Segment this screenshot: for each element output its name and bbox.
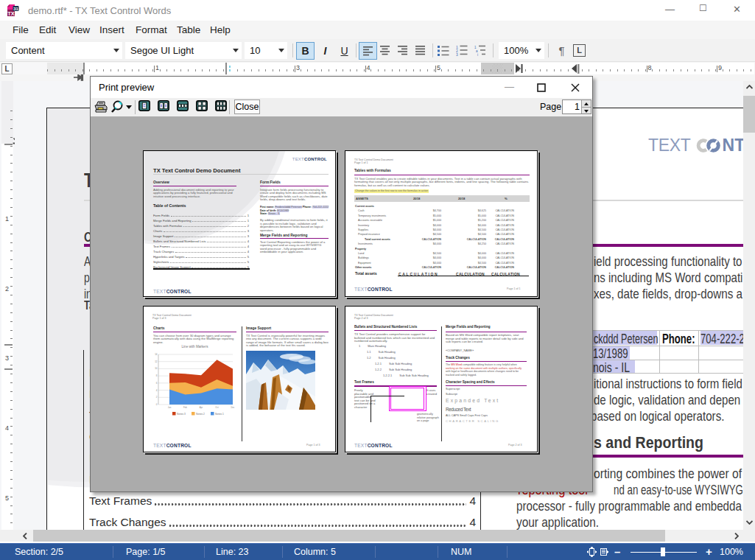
align-left-button[interactable] — [359, 42, 377, 60]
horizontal-scrollbar-thumb[interactable] — [33, 530, 665, 542]
vertical-scrollbar-thumb[interactable] — [743, 96, 755, 133]
align-justify-button[interactable] — [412, 42, 430, 60]
vertical-scrollbar[interactable] — [743, 81, 755, 530]
align-center-button[interactable] — [376, 42, 395, 60]
zoom-slider-thumb[interactable] — [661, 547, 665, 556]
thumb-title: TX Text Control Demo Document — [153, 167, 240, 174]
svg-text:8: 8 — [156, 374, 158, 377]
italic-button[interactable]: I — [316, 42, 334, 60]
horizontal-ruler[interactable]: 134589 — [15, 63, 754, 74]
style-combobox-value: Content — [11, 45, 45, 56]
thumb-highlight: Change the values in the first row to se… — [354, 189, 429, 193]
font-size-combobox[interactable]: 10 — [245, 42, 287, 59]
preview-page-2[interactable]: TX Text Control Demo DocumentPage 1 of 1… — [345, 150, 538, 297]
svg-text:Feb: Feb — [183, 406, 187, 409]
window-maximize-button[interactable]: ☐ — [699, 3, 707, 13]
menu-format[interactable]: Format — [136, 24, 167, 35]
app-icon: TX 31 — [6, 4, 19, 17]
svg-text:Oct: Oct — [215, 406, 219, 409]
font-size-combobox-value: 10 — [250, 45, 260, 56]
preview-page-1[interactable]: TX Text Control Demo Document TEXTCONTRO… — [143, 150, 336, 297]
dialog-minimize-button[interactable]: — — [505, 81, 514, 92]
status-column: Column: 5 — [294, 547, 336, 557]
scroll-down-icon[interactable] — [746, 520, 753, 525]
align-right-button[interactable] — [394, 42, 412, 60]
fit-width-icon[interactable] — [599, 547, 608, 557]
merge-heading-fragment: s and Reporting — [594, 433, 703, 452]
svg-text:Series 3: Series 3 — [177, 413, 186, 416]
menu-edit[interactable]: Edit — [39, 24, 56, 35]
bold-button[interactable]: B — [296, 42, 315, 60]
svg-text:Jan: Jan — [168, 406, 172, 409]
vertical-ruler[interactable]: 12345 — [1, 81, 13, 530]
thumb-heading: Merge Fields and Reporting — [260, 234, 307, 237]
zoom-out-button[interactable]: – — [614, 545, 620, 558]
title-bar: TX 31 demo.rtf* - TX Text Control Words … — [0, 0, 755, 21]
dialog-maximize-button[interactable] — [537, 83, 546, 92]
preview-layout-two-pages-button[interactable] — [158, 100, 169, 111]
print-button[interactable] — [94, 99, 108, 114]
preview-layout-three-pages-button[interactable] — [177, 100, 189, 111]
font-combobox[interactable]: Segoe UI Light — [125, 42, 242, 59]
bullet-list-button[interactable] — [435, 42, 453, 60]
svg-text:3: 3 — [456, 52, 458, 56]
application-window: TX 31 demo.rtf* - TX Text Control Words … — [0, 0, 755, 560]
underline-label: U — [340, 45, 348, 57]
dialog-title-bar: Print preview — — [91, 77, 592, 98]
page-spinner-value: 1 — [575, 102, 580, 112]
menu-file[interactable]: File — [13, 24, 29, 35]
zoom-dropdown-icon[interactable] — [126, 105, 132, 109]
preview-page-3[interactable]: TX Text Control Demo DocumentPage 1 of 3… — [143, 306, 336, 452]
preview-page-4[interactable]: TX Text Control Demo DocumentPage 2 of 3… — [345, 306, 538, 452]
thumb-heading: Character Spacing and Effects — [446, 380, 495, 384]
underline-button[interactable]: U — [335, 42, 354, 60]
toolbar-separator — [493, 43, 494, 57]
zoom-in-button[interactable]: + — [706, 545, 712, 558]
preview-layout-six-pages-button[interactable] — [215, 100, 227, 111]
preview-layout-four-pages-button[interactable] — [196, 100, 208, 111]
text-frame-box — [389, 386, 426, 412]
dialog-close-button[interactable] — [571, 83, 580, 92]
fit-page-icon[interactable] — [587, 547, 597, 557]
dialog-toolbar: Close Page 1 — [91, 98, 592, 116]
window-minimize-button[interactable]: — — [665, 4, 675, 15]
table-cell: Phone: — [660, 331, 700, 346]
numbered-list-icon: 123 — [456, 45, 468, 56]
status-separator — [375, 546, 376, 558]
formatting-marks-button[interactable]: ¶ — [552, 42, 571, 60]
dialog-toolbar-separator — [229, 100, 230, 114]
scroll-right-icon[interactable] — [734, 533, 739, 539]
indent-marker-icon[interactable] — [74, 74, 84, 81]
numbered-list-button[interactable]: 123 — [453, 42, 471, 60]
menu-view[interactable]: View — [69, 24, 90, 35]
page-spinner[interactable]: 1 — [562, 99, 591, 114]
zoom-button[interactable] — [110, 99, 124, 114]
svg-text:0: 0 — [156, 403, 158, 406]
menu-bar: File Edit View Insert Format Table Help — [0, 21, 755, 39]
scroll-up-icon[interactable] — [746, 85, 753, 89]
pilcrow-icon: ¶ — [558, 44, 564, 57]
doc-logo: TEXTNTROL — [648, 136, 743, 155]
tab-type-selector[interactable]: L — [1, 63, 13, 74]
svg-text:6: 6 — [156, 382, 158, 385]
multilevel-list-button[interactable]: 1ai — [471, 42, 490, 60]
preview-close-button[interactable]: Close — [234, 99, 260, 114]
mountain-photo — [246, 351, 315, 410]
style-combobox[interactable]: Content — [6, 42, 122, 59]
spinner-down-button[interactable] — [581, 107, 591, 113]
thumb-heading: Tables with Formulas — [354, 169, 391, 172]
scroll-left-icon[interactable] — [23, 533, 27, 539]
svg-text:14: 14 — [155, 353, 158, 356]
horizontal-scrollbar[interactable] — [0, 530, 743, 542]
menu-help[interactable]: Help — [210, 24, 231, 35]
window-close-button[interactable]: ✕ — [733, 4, 741, 15]
menu-insert[interactable]: Insert — [99, 24, 124, 35]
frag-line: xes, date fields, drop-downs a — [594, 286, 742, 302]
preview-layout-one-page-button[interactable] — [138, 100, 150, 111]
menu-table[interactable]: Table — [177, 24, 200, 35]
spinner-up-button[interactable] — [581, 100, 591, 107]
zoom-combobox[interactable]: 100% — [499, 42, 544, 59]
svg-text:1: 1 — [474, 46, 477, 49]
chevron-down-icon — [233, 49, 239, 52]
text-frame-button[interactable]: L — [571, 42, 589, 60]
